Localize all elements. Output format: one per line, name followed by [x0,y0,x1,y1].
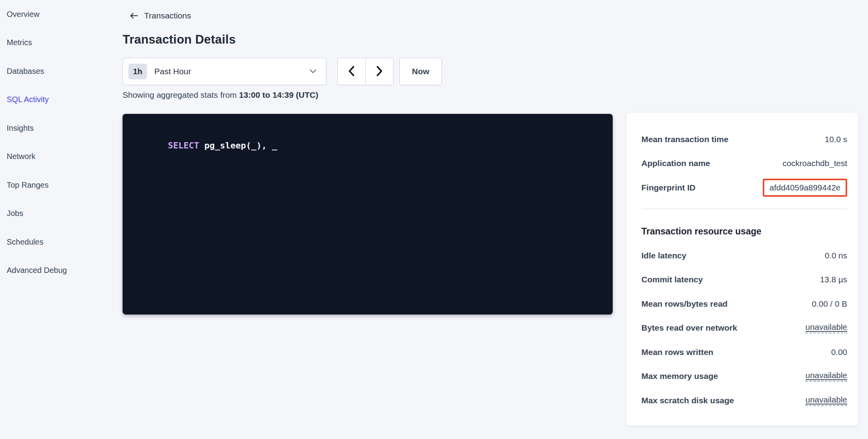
prev-range-button[interactable] [338,58,365,85]
now-button[interactable]: Now [399,58,442,85]
detail-row-idle-latency: Idle latency 0.0 ns [641,243,847,268]
sidebar-item-insights[interactable]: Insights [0,114,122,143]
detail-row-max-memory-usage: Max memory usage unavailable [641,364,847,389]
chevron-left-icon [347,65,356,78]
detail-value: cockroachdb_test [782,159,847,168]
detail-label: Fingerprint ID [641,183,700,192]
sidebar-item-sql-activity[interactable]: SQL Activity [0,86,122,114]
aggregated-stats-status: Showing aggregated stats from 13:00 to 1… [123,90,318,100]
unavailable-tooltip-trigger[interactable]: unavailable [806,371,847,382]
breadcrumb-label: Transactions [144,11,191,20]
sidebar: Overview Metrics Databases SQL Activity … [0,0,122,439]
time-range-dropdown[interactable]: 1h Past Hour [123,58,326,85]
time-range-label: Past Hour [154,67,191,76]
sql-body: pg_sleep(_), _ [199,141,277,150]
detail-value: 0.00 / 0 B [812,299,847,309]
card-divider [641,209,847,209]
chevron-down-icon [309,69,317,74]
page-title: Transaction Details [123,33,236,47]
status-prefix: Showing aggregated stats from [123,90,239,99]
chevron-right-icon [375,65,384,78]
detail-row-mean-rows-bytes-read: Mean rows/bytes read 0.00 / 0 B [641,292,847,316]
transaction-details-card: Mean transaction time 10.0 s Application… [626,113,858,426]
sql-statement: SELECT pg_sleep(_), _ [137,130,601,161]
detail-value: 10.0 s [825,135,847,144]
detail-label: Max scratch disk usage [641,396,739,405]
detail-value: 0.0 ns [825,251,847,260]
sidebar-item-databases[interactable]: Databases [0,57,122,86]
sidebar-item-metrics[interactable]: Metrics [0,29,122,57]
sidebar-item-advanced-debug[interactable]: Advanced Debug [0,256,122,285]
detail-row-max-scratch-disk-usage: Max scratch disk usage unavailable [641,388,847,413]
detail-label: Mean rows/bytes read [641,299,732,309]
detail-label: Max memory usage [641,371,723,381]
sql-keyword: SELECT [168,141,199,150]
detail-label: Mean transaction time [641,135,733,144]
detail-label: Commit latency [641,275,707,284]
status-range: 13:00 to 14:39 (UTC) [239,90,319,99]
resource-usage-heading: Transaction resource usage [641,220,847,244]
back-arrow-icon [129,12,139,20]
detail-row-mean-transaction-time: Mean transaction time 10.0 s [641,127,847,152]
detail-label: Idle latency [641,251,691,260]
detail-row-application-name: Application name cockroachdb_test [641,152,847,176]
detail-label: Mean rows written [641,348,718,357]
sql-statement-box: SELECT pg_sleep(_), _ [123,114,613,315]
detail-row-commit-latency: Commit latency 13.8 µs [641,268,847,292]
next-range-button[interactable] [365,58,393,85]
sidebar-item-overview[interactable]: Overview [0,0,122,29]
sidebar-item-schedules[interactable]: Schedules [0,228,122,256]
unavailable-tooltip-trigger[interactable]: unavailable [806,395,847,406]
sidebar-item-network[interactable]: Network [0,143,122,171]
breadcrumb[interactable]: Transactions [129,10,191,21]
detail-row-mean-rows-written: Mean rows written 0.00 [641,340,847,364]
detail-row-bytes-read-over-network: Bytes read over network unavailable [641,316,847,340]
detail-value: 13.8 µs [820,275,847,284]
app-window: Overview Metrics Databases SQL Activity … [0,0,868,439]
unavailable-tooltip-trigger[interactable]: unavailable [806,322,847,333]
fingerprint-id-highlight-box: afdd4059a899442e [763,179,847,197]
time-range-arrows [337,58,394,85]
detail-value: 0.00 [831,348,847,357]
detail-label: Bytes read over network [641,323,742,333]
sidebar-item-top-ranges[interactable]: Top Ranges [0,171,122,199]
time-range-badge: 1h [128,64,147,79]
detail-row-fingerprint-id: Fingerprint ID afdd4059a899442e [641,176,847,200]
sidebar-item-jobs[interactable]: Jobs [0,199,122,228]
detail-label: Application name [641,159,715,168]
